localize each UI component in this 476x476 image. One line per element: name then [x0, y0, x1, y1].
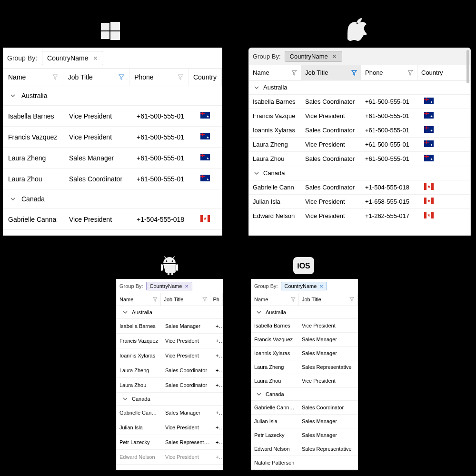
- cell-job: Vice President: [299, 378, 357, 384]
- group-header[interactable]: Canada: [3, 189, 222, 209]
- table-row[interactable]: Gabrielle CannataSales Manager+1: [117, 406, 223, 420]
- group-header[interactable]: Canada: [251, 388, 357, 401]
- col-phone[interactable]: Phone: [129, 69, 188, 86]
- cell-name: Gabrielle Cannata: [251, 405, 299, 410]
- col-job[interactable]: Job Title: [301, 65, 361, 80]
- filter-icon[interactable]: [178, 74, 183, 80]
- group-by-bar: Group By: CountryName ✕: [117, 279, 223, 293]
- close-icon[interactable]: ✕: [332, 53, 337, 60]
- table-row[interactable]: Edward NelsonSales Representative: [251, 442, 357, 456]
- ca-flag-icon: [200, 215, 210, 222]
- table-row[interactable]: Laura ZhengSales Representative: [251, 360, 357, 374]
- group-chip[interactable]: CountryName ✕: [281, 282, 327, 290]
- table-row[interactable]: Edward NelsonVice President+1: [117, 450, 223, 465]
- col-job[interactable]: Job Title: [161, 293, 210, 306]
- col-country-label: Country: [421, 69, 443, 76]
- table-row[interactable]: Laura ZhouVice President: [251, 374, 357, 388]
- col-country[interactable]: Country: [417, 65, 470, 80]
- cell-country: [417, 155, 470, 163]
- cell-name: Julian Isla: [249, 198, 301, 205]
- col-name[interactable]: Name: [3, 69, 63, 86]
- chevron-down-icon[interactable]: [254, 170, 259, 176]
- chevron-down-icon[interactable]: [10, 196, 16, 202]
- group-header[interactable]: Canada: [249, 166, 470, 180]
- table-row[interactable]: Edward NelsonVice President+1-262-555-01…: [249, 209, 470, 223]
- table-row[interactable]: Ioannis XylarasSales Coordinator+61-500-…: [249, 123, 470, 138]
- cell-country: [417, 198, 470, 206]
- filter-icon[interactable]: [52, 74, 58, 80]
- col-name[interactable]: Name: [117, 293, 161, 306]
- table-row[interactable]: Laura ZhengSales Manager+61-500-555-01: [3, 148, 222, 169]
- android-icon: [161, 255, 178, 277]
- svg-rect-0: [101, 23, 109, 30]
- table-row[interactable]: Natalie Patterson: [251, 456, 357, 470]
- group-chip[interactable]: CountryName ✕: [42, 51, 103, 65]
- cell-job: Sales Manager: [299, 350, 357, 356]
- apple-icon: [347, 18, 367, 43]
- group-header[interactable]: Canada: [117, 393, 223, 406]
- table-row[interactable]: Julian IslaVice President+1-658-555-015: [249, 195, 470, 209]
- cell-job: Vice President: [301, 141, 361, 148]
- table-row[interactable]: Julian IslaSales Manager: [251, 415, 357, 428]
- filter-icon[interactable]: [291, 70, 297, 76]
- group-header[interactable]: Australia: [249, 80, 470, 95]
- table-row[interactable]: Julian IslaVice President+1: [117, 420, 223, 435]
- table-row[interactable]: Francis VazquezVice President+61-500-555…: [3, 127, 222, 148]
- table-row[interactable]: Isabella BarnesVice President: [251, 319, 357, 333]
- chevron-down-icon[interactable]: [256, 391, 262, 397]
- filter-icon[interactable]: [119, 74, 124, 80]
- group-header[interactable]: Australia: [117, 306, 223, 319]
- chevron-down-icon[interactable]: [10, 93, 16, 99]
- table-row[interactable]: Francis VazqueVice President+61-500-555-…: [249, 109, 470, 123]
- cell-phone: +1-262-555-017: [361, 212, 417, 219]
- table-row[interactable]: Gabrielle CannaVice President+1-504-555-…: [3, 209, 222, 230]
- group-chip[interactable]: CountryName ✕: [146, 282, 193, 290]
- filter-icon[interactable]: [407, 70, 413, 76]
- table-row[interactable]: Ioannis XylarasSales Manager: [251, 347, 357, 360]
- col-country[interactable]: Country: [188, 69, 222, 86]
- cell-job: Sales Manager: [64, 154, 132, 162]
- col-job[interactable]: Job Title: [63, 69, 129, 86]
- table-row[interactable]: Petr LazeckySales Manager: [251, 428, 357, 442]
- table-row[interactable]: Laura ZhengSales Coordinator+6: [117, 363, 223, 378]
- table-row[interactable]: Francis VazquezSales Manager: [251, 333, 357, 347]
- ca-flag-icon: [424, 198, 434, 204]
- group-header[interactable]: Australia: [3, 86, 222, 106]
- col-name[interactable]: Name: [249, 65, 301, 80]
- col-job[interactable]: Job Title: [299, 293, 357, 306]
- table-row[interactable]: Petr LazeckySales Representative+1: [117, 435, 223, 450]
- group-chip-text: CountryName: [285, 283, 317, 289]
- col-phone[interactable]: Ph: [210, 293, 223, 306]
- table-row[interactable]: Isabella BarnesVice President+61-500-555…: [3, 106, 222, 127]
- table-row[interactable]: Isabella BarnesSales Manager+6: [117, 319, 223, 334]
- cell-phone: +61-500-555-01: [361, 155, 417, 162]
- close-icon[interactable]: ✕: [93, 55, 98, 62]
- table-row[interactable]: Laura ZhengVice President+61-500-555-01: [249, 138, 470, 152]
- close-icon[interactable]: ✕: [319, 284, 323, 289]
- scrollbar[interactable]: [466, 50, 469, 83]
- group-chip[interactable]: CountryName ✕: [285, 51, 342, 62]
- filter-icon[interactable]: [202, 297, 207, 302]
- group-header[interactable]: Australia: [251, 306, 357, 319]
- cell-name: Natalie Patterson: [251, 460, 299, 466]
- filter-icon[interactable]: [349, 297, 354, 302]
- table-row[interactable]: Isabella BarnesSales Coordinator+61-500-…: [249, 95, 470, 109]
- filter-icon[interactable]: [351, 70, 357, 76]
- chevron-down-icon[interactable]: [256, 309, 262, 315]
- col-phone[interactable]: Phone: [361, 65, 417, 80]
- chevron-down-icon[interactable]: [254, 85, 259, 90]
- table-row[interactable]: Francis VazquezVice President+6: [117, 334, 223, 348]
- table-row[interactable]: Laura ZhouSales Coordinator+61-500-555-0…: [3, 169, 222, 189]
- table-row[interactable]: Gabrielle CannSales Coordinator+1-504-55…: [249, 180, 470, 195]
- table-row[interactable]: Ioannis XylarasVice President+6: [117, 348, 223, 363]
- col-name[interactable]: Name: [251, 293, 299, 306]
- close-icon[interactable]: ✕: [185, 284, 188, 289]
- chevron-down-icon[interactable]: [122, 396, 128, 402]
- filter-icon[interactable]: [291, 297, 296, 302]
- filter-icon[interactable]: [153, 297, 158, 302]
- cell-job: Sales Representative: [299, 446, 357, 452]
- table-row[interactable]: Laura ZhouSales Coordinator+6: [117, 378, 223, 393]
- chevron-down-icon[interactable]: [122, 309, 128, 315]
- table-row[interactable]: Gabrielle CannataSales Coordinator: [251, 401, 357, 415]
- table-row[interactable]: Laura ZhouSales Coordinator+61-500-555-0…: [249, 152, 470, 166]
